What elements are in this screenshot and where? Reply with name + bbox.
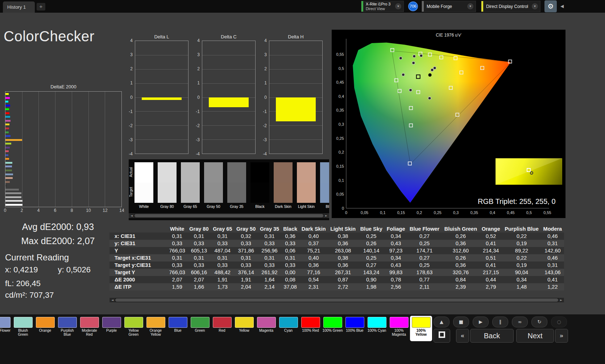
- deltae-bar: [5, 177, 13, 179]
- column-header: Orange: [480, 225, 502, 233]
- table-scrollbar[interactable]: ◄ ►: [109, 298, 564, 302]
- current-reading-label: Current Reading: [5, 252, 69, 263]
- deltae-bar: [5, 135, 11, 137]
- play-button[interactable]: ▶: [473, 317, 489, 327]
- table-cell: 0,31: [258, 233, 281, 240]
- delta-y-axis: 43210-1-2-3-4: [189, 41, 200, 154]
- y-tick-label: 1: [189, 80, 200, 85]
- forward-page-button[interactable]: »: [555, 329, 568, 343]
- gridline: [135, 125, 188, 126]
- y-tick-label: 0: [122, 95, 133, 100]
- deltae-bar: [5, 131, 9, 133]
- actual-color: [297, 162, 316, 183]
- table-cell: 488,42: [211, 269, 234, 276]
- next-button[interactable]: Next: [516, 329, 554, 343]
- table-cell: 0,38: [328, 254, 358, 262]
- deltae-bar: [5, 139, 22, 141]
- scroll-right-icon[interactable]: ►: [324, 214, 329, 218]
- swatch-scrollbar[interactable]: ◄ ►: [129, 213, 329, 218]
- chevron-down-icon[interactable]: ▾: [395, 3, 401, 9]
- y-tick-label: 3: [189, 52, 200, 57]
- pause-button[interactable]: ∥: [492, 317, 508, 327]
- workflow-dropdown[interactable]: Direct Display Control ▾: [481, 1, 540, 12]
- scroll-right-icon[interactable]: ►: [559, 298, 564, 302]
- table-cell: 0,31: [211, 233, 234, 240]
- table-cell: 2,31: [299, 283, 328, 290]
- svg-text:0,55: 0,55: [336, 52, 344, 57]
- back-button[interactable]: Back: [470, 329, 514, 343]
- delta-bar: [276, 97, 316, 121]
- table-cell: 0,06: [281, 247, 299, 254]
- deltae-bar: [5, 105, 10, 106]
- history-tab[interactable]: History 1: [3, 1, 35, 13]
- transport-controls: ▲■▶∥∞↻○: [0, 314, 605, 364]
- status-indicator-button[interactable]: ○: [551, 317, 567, 327]
- scroll-left-icon[interactable]: ◄: [110, 298, 115, 302]
- chart-title: Delta H: [269, 34, 323, 41]
- pattern-window-button[interactable]: [434, 329, 450, 343]
- gridline: [135, 139, 188, 140]
- deltae-bar: [5, 120, 11, 122]
- column-header: Light Skin: [328, 225, 358, 233]
- add-tab-button[interactable]: +: [37, 3, 45, 11]
- chevron-down-icon[interactable]: ▾: [532, 3, 538, 9]
- table-cell: 371,86: [234, 247, 258, 254]
- cdm2-reading: cd/m²: 707,37: [5, 290, 54, 300]
- table-cell: 1,59: [167, 283, 187, 290]
- actual-color: [158, 162, 177, 183]
- stop-button[interactable]: ■: [453, 317, 469, 327]
- deltae-bar: [5, 108, 9, 110]
- delta-c-plot: [202, 41, 256, 154]
- x-tick-label: 6: [54, 208, 57, 213]
- deltae-bar: [5, 147, 10, 148]
- gridline: [269, 139, 322, 140]
- actual-color: [181, 162, 200, 183]
- table-cell: 320,76: [442, 269, 480, 276]
- table-cell: 0,33: [234, 240, 258, 247]
- max-de2000-reading: Max dE2000: 2,07: [0, 236, 116, 246]
- svg-text:0,45: 0,45: [507, 210, 514, 215]
- table-cell: 0,43: [385, 262, 407, 269]
- table-cell: 0,27: [407, 254, 442, 262]
- collapse-arrow-icon[interactable]: ◀: [560, 4, 564, 9]
- measured-point: [428, 97, 431, 100]
- settings-gear-icon[interactable]: ⚙: [544, 0, 557, 12]
- deltae-bar: [5, 112, 9, 114]
- table-cell: 0,33: [258, 262, 281, 269]
- source-dropdown[interactable]: Mobile Forge ▾: [422, 1, 476, 12]
- swatch-label: Gray 80: [158, 204, 177, 209]
- table-cell: 0,33: [234, 262, 258, 269]
- scroll-left-icon[interactable]: ◄: [129, 214, 134, 218]
- meter-dropdown[interactable]: X-Rite i1Pro 3 Direct View ▾: [361, 1, 404, 12]
- colorchecker-swatch: [204, 162, 223, 203]
- table-scroll-thumb[interactable]: [115, 298, 558, 302]
- table-cell: 0,33: [167, 240, 187, 247]
- x-tick-label: 0: [4, 208, 7, 213]
- svg-text:0,2: 0,2: [339, 150, 344, 154]
- svg-text:0,1: 0,1: [380, 210, 385, 215]
- table-cell: 256,96: [258, 247, 281, 254]
- svg-text:0,4: 0,4: [490, 210, 495, 215]
- swatch-scroll-thumb[interactable]: [134, 214, 323, 217]
- table-cell: 0,26: [442, 233, 480, 240]
- previous-page-button[interactable]: «: [456, 329, 469, 343]
- table-cell: 37,08: [281, 283, 299, 290]
- table-cell: 0,33: [167, 262, 187, 269]
- table-cell: 0,54: [299, 276, 328, 283]
- loop-button[interactable]: ↻: [531, 317, 547, 327]
- table-cell: 2,39: [442, 283, 480, 290]
- table-row: y: CIE310,330,330,330,330,330,330,370,36…: [109, 240, 564, 247]
- eject-button[interactable]: ▲: [434, 317, 449, 327]
- deltae-bar: [5, 185, 6, 187]
- actual-row-label: Actual: [129, 162, 134, 182]
- table-cell: 0,31: [234, 254, 258, 262]
- cie-diagram: 000,050,050,10,10,150,150,20,20,250,250,…: [332, 30, 565, 218]
- chevron-down-icon[interactable]: ▾: [467, 3, 473, 9]
- continuous-measure-button[interactable]: ∞: [512, 317, 528, 327]
- swatch-label: Dark Skin: [274, 204, 293, 209]
- deltae-bar: [5, 196, 21, 198]
- table-cell: 0,33: [211, 240, 234, 247]
- column-header: Blue Sky: [358, 225, 385, 233]
- table-cell: 0,33: [281, 262, 299, 269]
- x-reading: x: 0,4219: [5, 265, 38, 275]
